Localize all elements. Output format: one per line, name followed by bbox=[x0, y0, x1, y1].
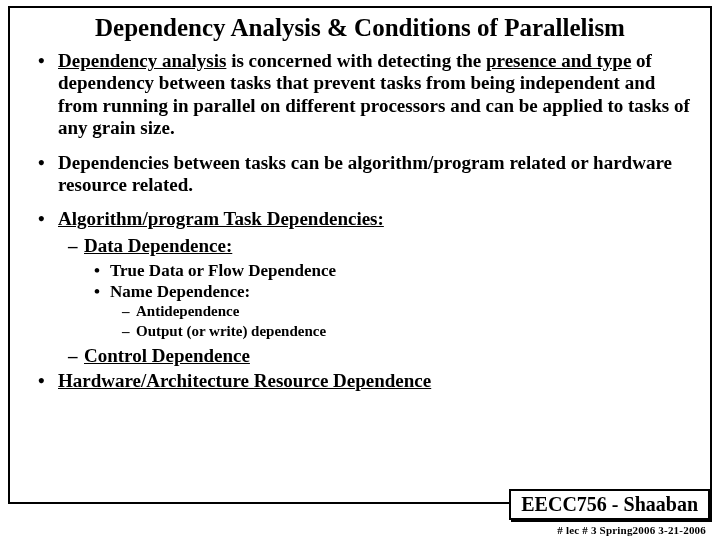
footer-text: # lec # 3 Spring2006 3-21-2006 bbox=[557, 524, 706, 536]
bullet-antidependence: Antidependence bbox=[24, 302, 696, 322]
bullet-algorithm-task-deps: Algorithm/program Task Dependencies: bbox=[24, 208, 696, 230]
bullet-data-dependence: Data Dependence: bbox=[24, 235, 696, 258]
bullet-dependency-analysis: Dependency analysis is concerned with de… bbox=[24, 50, 696, 140]
bullet-hardware-resource: Hardware/Architecture Resource Dependenc… bbox=[24, 370, 696, 392]
slide-frame: Dependency Analysis & Conditions of Para… bbox=[8, 6, 712, 504]
content-list: Dependency analysis is concerned with de… bbox=[24, 50, 696, 392]
bullet-output-dependence: Output (or write) dependence bbox=[24, 322, 696, 342]
bullet-dependencies-between: Dependencies between tasks can be algori… bbox=[24, 152, 696, 197]
course-box: EECC756 - Shaaban bbox=[509, 489, 710, 520]
slide-title: Dependency Analysis & Conditions of Para… bbox=[24, 14, 696, 42]
bullet-name-dependence: Name Dependence: bbox=[24, 281, 696, 302]
bullet-true-data: True Data or Flow Dependence bbox=[24, 260, 696, 281]
bullet-control-dependence: Control Dependence bbox=[24, 345, 696, 368]
